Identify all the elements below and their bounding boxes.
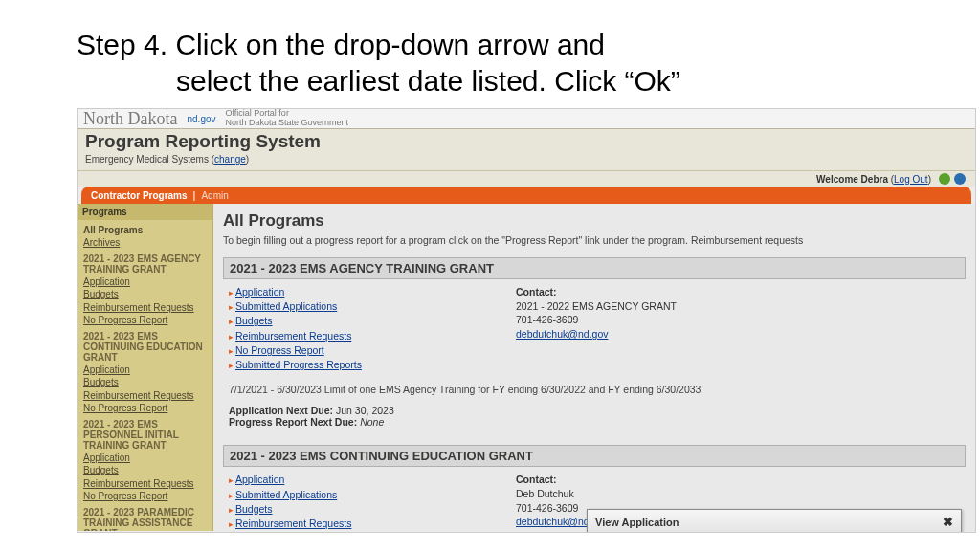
grant-link[interactable]: Submitted Applications <box>229 488 478 502</box>
help-icon[interactable] <box>954 173 966 185</box>
sidebar-grant-title: 2021 - 2023 EMS AGENCY TRAINING GRANT <box>81 250 212 276</box>
grant-link[interactable]: Budgets <box>229 314 478 328</box>
change-link[interactable]: change <box>214 154 246 165</box>
sidebar-item[interactable]: Application <box>81 276 212 289</box>
sidebar-item[interactable]: Reimbursement Requests <box>81 389 212 403</box>
grant-link[interactable]: Reimbursement Requests <box>229 329 478 343</box>
tab-contractor-programs[interactable]: Contractor Programs <box>91 190 188 201</box>
grant-link[interactable]: Submitted Progress Reports <box>229 358 478 372</box>
portal-bar: North Dakota nd.gov Official Portal forN… <box>78 109 975 128</box>
tab-admin[interactable]: Admin <box>201 190 228 201</box>
sidebar-grant-title: 2021 - 2023 EMS CONTINUING EDUCATION GRA… <box>81 327 212 364</box>
grant-block: 2021 - 2023 EMS AGENCY TRAINING GRANT Ap… <box>223 257 966 430</box>
screenshot-frame: North Dakota nd.gov Official Portal forN… <box>77 108 976 533</box>
sidebar-item[interactable]: Budgets <box>81 288 212 301</box>
grant-due: Application Next Due: Jun 30, 2023 Progr… <box>223 397 966 430</box>
sidebar-item[interactable]: No Progress Report <box>81 402 212 415</box>
grant-link[interactable]: Submitted Applications <box>229 299 478 314</box>
sidebar-item[interactable]: Reimbursement Requests <box>81 477 212 491</box>
close-icon[interactable]: ✖ <box>943 515 953 529</box>
dialog-title-bar: View Application ✖ <box>588 510 961 533</box>
tab-bar: Contractor Programs | Admin <box>81 187 971 204</box>
refresh-icon[interactable] <box>939 173 950 185</box>
page-title: All Programs <box>223 211 966 231</box>
system-header: Program Reporting System Emergency Medic… <box>78 128 975 171</box>
step-line1: Step 4. Click on the drop-down arrow and <box>77 29 605 60</box>
sidebar-item[interactable]: Budgets <box>81 464 212 477</box>
portal-domain: nd.gov <box>187 114 215 124</box>
dialog-title: View Application <box>595 517 679 528</box>
grant-heading: 2021 - 2023 EMS CONTINUING EDUCATION GRA… <box>223 445 966 467</box>
sidebar-grant-title: 2021 - 2023 PARAMEDIC TRAINING ASSISTANC… <box>81 503 212 532</box>
sidebar-archives[interactable]: Archives <box>81 236 212 250</box>
grant-link[interactable]: No Progress Report <box>229 343 478 358</box>
sidebar-item[interactable]: No Progress Report <box>81 490 212 503</box>
sidebar-item[interactable]: Application <box>81 452 212 465</box>
sidebar-item[interactable]: Application <box>81 364 212 377</box>
grant-links: Application Submitted Applications Budge… <box>229 473 478 531</box>
grant-link[interactable]: Budgets <box>229 502 478 517</box>
sidebar-item[interactable]: Budgets <box>81 376 212 389</box>
grant-link[interactable]: Reimbursement Requests <box>229 517 478 531</box>
logout-link[interactable]: Log Out <box>894 174 928 185</box>
sidebar-all-programs[interactable]: All Programs <box>81 224 212 236</box>
contact-email[interactable]: debdutchuk@nd.gov <box>516 328 608 340</box>
sidebar-grant-title: 2021 - 2023 EMS PERSONNEL INITIAL TRAINI… <box>81 415 212 452</box>
grant-heading: 2021 - 2023 EMS AGENCY TRAINING GRANT <box>223 257 966 279</box>
view-application-dialog: View Application ✖ Select an application… <box>587 509 962 533</box>
sidebar-item[interactable]: Reimbursement Requests <box>81 301 212 315</box>
sidebar: Programs All Programs Archives 2021 - 20… <box>78 204 213 531</box>
system-title: Program Reporting System <box>85 131 968 152</box>
portal-tag: Official Portal forNorth Dakota State Go… <box>226 109 349 128</box>
state-brand: North Dakota <box>83 109 177 129</box>
welcome-text: Welcome Debra <box>816 174 888 185</box>
grant-note: 7/1/2021 - 6/30/2023 Limit of one EMS Ag… <box>223 374 966 397</box>
main-content: All Programs To begin filling out a prog… <box>213 204 975 531</box>
step-line2: select the earliest date listed. Click “… <box>77 63 903 99</box>
page-instructions: To begin filling out a progress report f… <box>223 234 966 246</box>
grant-links: Application Submitted Applications Budge… <box>229 285 478 372</box>
sidebar-item[interactable]: No Progress Report <box>81 314 212 327</box>
grant-link[interactable]: Application <box>229 285 478 299</box>
welcome-bar: Welcome Debra ( Log Out) <box>78 171 975 187</box>
grant-contact: Contact: 2021 - 2022 EMS AGENCY GRANT 70… <box>516 285 677 372</box>
system-subtitle: Emergency Medical Systems (change) <box>85 154 968 165</box>
step-title: Step 4. Click on the drop-down arrow and… <box>77 27 903 99</box>
sidebar-header: Programs <box>78 204 212 220</box>
grant-link[interactable]: Application <box>229 473 478 487</box>
